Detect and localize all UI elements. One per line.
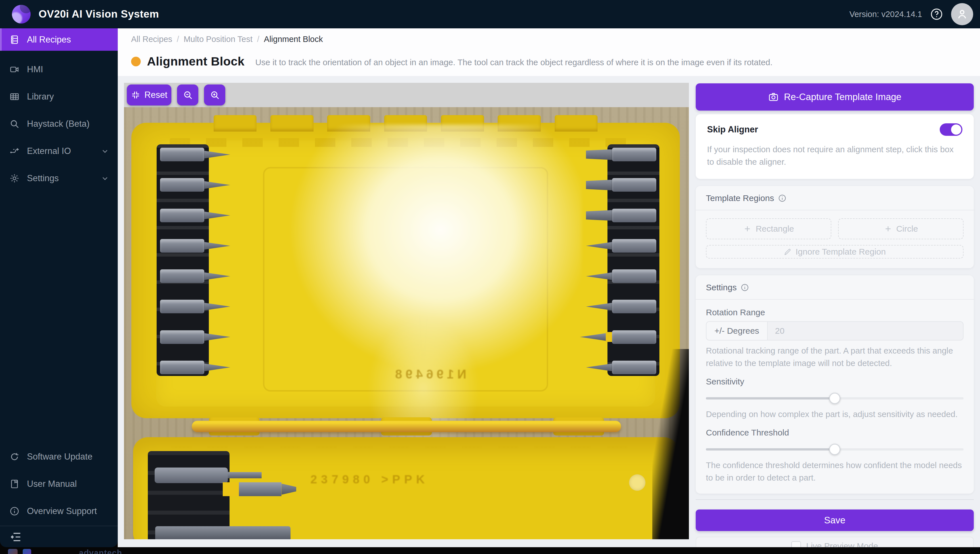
app-header: OV20i AI Vision System Version: v2024.14… <box>0 0 980 29</box>
sidebar-item-overview-support[interactable]: Overview Support <box>0 498 118 525</box>
zoom-in-icon <box>210 90 220 100</box>
confidence-threshold-slider[interactable] <box>706 444 964 455</box>
sidebar-collapse-icon[interactable] <box>10 531 22 543</box>
add-circle-region-button[interactable]: Circle <box>838 218 964 239</box>
gear-icon <box>10 173 19 183</box>
version-label: Version: v2024.14.1 <box>849 10 922 19</box>
sidebar: All Recipes HMI Library Haystack (Beta) <box>0 29 118 547</box>
rotation-range-input[interactable]: +/- Degrees 20 <box>706 321 964 341</box>
drill-bit <box>580 269 656 283</box>
search-icon <box>10 119 19 129</box>
sidebar-item-haystack[interactable]: Haystack (Beta) <box>0 110 118 137</box>
sidebar-item-all-recipes[interactable]: All Recipes <box>0 29 118 51</box>
sensitivity-slider[interactable] <box>706 393 964 404</box>
breadcrumb-multo-position-test[interactable]: Multo Position Test <box>184 35 252 44</box>
breadcrumb-current: Alignment Block <box>264 35 323 44</box>
drill-bit <box>160 330 236 344</box>
toolbox-hinge-rod <box>192 421 621 432</box>
socket-adapter-bit <box>155 468 228 483</box>
left-bit-column <box>160 148 236 374</box>
camera-icon <box>768 92 779 102</box>
pen-icon <box>784 248 792 256</box>
confidence-threshold-slider-handle[interactable] <box>829 444 840 455</box>
rotation-range-label: Rotation Range <box>706 307 964 317</box>
drill-bit <box>160 300 236 313</box>
skip-aligner-card: Skip Aligner If your inspection does not… <box>696 114 974 179</box>
confidence-threshold-description: The confidence threshold determines how … <box>706 459 964 484</box>
template-regions-title: Template Regions <box>706 193 774 203</box>
sidebar-item-label: User Manual <box>27 479 77 489</box>
book-icon <box>10 479 19 489</box>
tool-settings-panel: Re-Capture Template Image Skip Aligner I… <box>696 83 974 554</box>
torx-bit-loose <box>223 482 296 496</box>
sidebar-item-settings[interactable]: Settings <box>0 165 118 192</box>
plus-icon <box>743 224 752 233</box>
drill-bit <box>580 148 656 161</box>
chevron-down-icon <box>101 147 109 155</box>
page-header-band: All Recipes / Multo Position Test / Alig… <box>118 29 980 76</box>
save-button[interactable]: Save <box>696 509 974 531</box>
add-rectangle-region-button[interactable]: Rectangle <box>706 218 832 239</box>
viewport-bottom-strip: advantech <box>0 547 980 554</box>
drill-bit <box>160 361 236 374</box>
sidebar-item-label: External IO <box>27 146 71 156</box>
drill-bit <box>580 209 656 222</box>
partner-logo-icon <box>8 549 18 554</box>
drill-bit <box>160 239 236 253</box>
viewer-toolbar: Reset <box>124 83 689 107</box>
app-title: OV20i AI Vision System <box>38 0 159 29</box>
drill-bit <box>580 330 656 344</box>
sidebar-item-library[interactable]: Library <box>0 83 118 110</box>
template-image-canvas[interactable]: N196498 237980 >PPK <box>124 107 689 539</box>
sidebar-item-label: Library <box>27 92 54 102</box>
sidebar-item-external-io[interactable]: External IO <box>0 137 118 165</box>
help-icon[interactable] <box>930 8 943 21</box>
settings-title: Settings <box>706 283 737 292</box>
sensitivity-label: Sensitivity <box>706 377 964 387</box>
breadcrumb-all-recipes[interactable]: All Recipes <box>131 35 172 44</box>
sidebar-item-user-manual[interactable]: User Manual <box>0 470 118 498</box>
right-bit-column <box>580 148 656 374</box>
drill-bit <box>160 178 236 192</box>
drill-bit <box>580 300 656 313</box>
recipes-icon <box>10 35 19 45</box>
sidebar-item-label: Software Update <box>27 452 93 462</box>
rotation-range-value: 20 <box>768 322 963 340</box>
reset-view-button[interactable]: Reset <box>127 84 171 105</box>
zoom-in-button[interactable] <box>204 84 225 105</box>
sidebar-item-label: Overview Support <box>27 506 97 516</box>
skip-aligner-toggle[interactable] <box>940 123 962 136</box>
refresh-icon <box>10 452 19 462</box>
chevron-down-icon <box>101 174 109 183</box>
skip-aligner-label: Skip Aligner <box>707 124 758 135</box>
avatar[interactable] <box>951 3 973 25</box>
advantech-logo-text: advantech <box>79 548 122 554</box>
drill-bit <box>580 178 656 192</box>
zoom-out-button[interactable] <box>177 84 198 105</box>
sidebar-item-hmi[interactable]: HMI <box>0 56 118 83</box>
page-title: Alignment Block <box>147 54 244 68</box>
sidebar-item-software-update[interactable]: Software Update <box>0 443 118 470</box>
sensitivity-description: Depending on how complex the part is, ad… <box>706 408 964 420</box>
settings-card: Settings Rotation Range +/- Degrees 20 R… <box>696 275 974 494</box>
info-icon[interactable] <box>778 194 787 202</box>
hmi-camera-icon <box>10 64 19 75</box>
sidebar-item-label: Settings <box>27 173 59 183</box>
info-icon[interactable] <box>741 283 749 292</box>
app-logo-icon <box>12 5 30 24</box>
partial-bit <box>155 526 291 539</box>
round-mark <box>629 474 645 491</box>
sidebar-item-label: HMI <box>27 64 43 75</box>
shadow-corner <box>652 349 689 539</box>
ignore-template-region-button[interactable]: Ignore Template Region <box>706 245 964 259</box>
breadcrumb: All Recipes / Multo Position Test / Alig… <box>131 35 323 44</box>
recapture-template-button[interactable]: Re-Capture Template Image <box>696 83 974 111</box>
sidebar-item-label: All Recipes <box>27 35 71 45</box>
center-focus-icon <box>131 90 140 100</box>
main-content: All Recipes / Multo Position Test / Alig… <box>118 29 980 547</box>
sidebar-item-label: Haystack (Beta) <box>27 119 89 129</box>
drill-bit <box>160 148 236 161</box>
partner-logo-icon <box>23 549 31 554</box>
sensitivity-slider-handle[interactable] <box>829 393 840 404</box>
plus-icon <box>884 224 892 233</box>
